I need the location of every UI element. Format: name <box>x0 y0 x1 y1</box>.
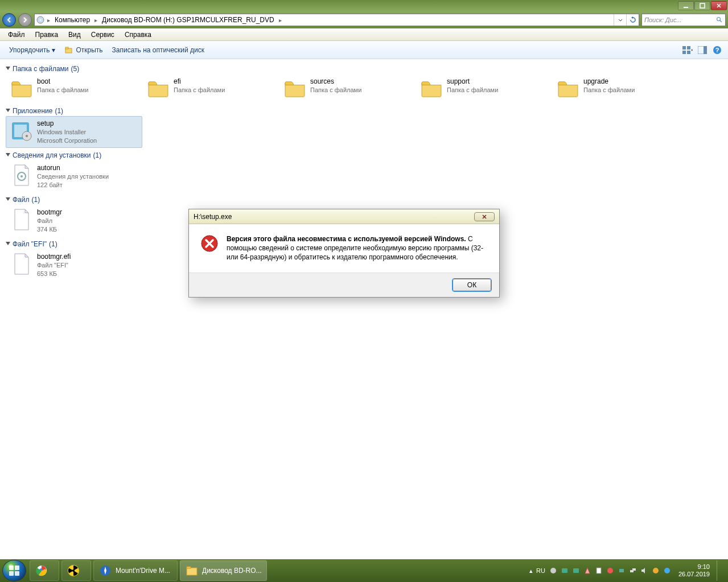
tray-icon[interactable] <box>606 566 615 575</box>
tray-icon[interactable] <box>617 566 626 575</box>
search-placeholder: Поиск: Дис... <box>644 16 682 23</box>
menu-edit[interactable]: Правка <box>31 30 63 40</box>
file-item[interactable]: bootmgr.efiФайл "EFI"653 КБ <box>6 249 142 281</box>
preview-pane-button[interactable] <box>696 44 709 56</box>
item-icon <box>419 77 443 101</box>
menu-help[interactable]: Справка <box>120 30 156 40</box>
file-list: Папка с файлами (5)bootПапка с файламиef… <box>0 59 728 559</box>
breadcrumb-segment[interactable]: Компьютер <box>51 14 93 26</box>
group-header[interactable]: Приложение (1) <box>6 104 722 116</box>
help-button[interactable]: ? <box>711 44 723 56</box>
chevron-right-icon[interactable]: ▸ <box>93 17 98 23</box>
collapse-icon[interactable] <box>6 67 10 70</box>
address-dropdown-button[interactable] <box>614 14 626 26</box>
item-detail: Файл "EFI" <box>37 261 71 270</box>
group-title: Файл "EFI" <box>13 240 47 248</box>
close-button[interactable] <box>711 1 727 10</box>
organize-button[interactable]: Упорядочить ▾ <box>5 44 60 56</box>
tray-expand-button[interactable]: ▴ <box>529 567 533 575</box>
network-icon[interactable] <box>628 566 637 575</box>
dialog-titlebar[interactable]: H:\setup.exe <box>189 209 499 224</box>
item-type: Папка с файлами <box>447 86 498 94</box>
file-item[interactable]: autorunСведения для установки122 байт <box>6 160 142 192</box>
tray-icon[interactable] <box>663 566 672 575</box>
view-options-button[interactable] <box>681 44 694 56</box>
svg-rect-24 <box>9 571 14 576</box>
dialog-title: H:\setup.exe <box>194 213 232 221</box>
menubar: Файл Правка Вид Сервис Справка <box>0 28 728 41</box>
start-button[interactable] <box>2 560 26 581</box>
volume-icon[interactable] <box>640 566 649 575</box>
dialog-message: Версия этого файла несовместима с исполь… <box>227 234 488 262</box>
item-type: Папка с файлами <box>583 86 635 94</box>
tray-icon[interactable] <box>583 566 592 575</box>
item-detail: Файл <box>37 217 62 225</box>
svg-rect-31 <box>187 568 197 575</box>
group-header[interactable]: Сведения для установки (1) <box>6 148 722 160</box>
dialog-close-button[interactable] <box>474 212 495 221</box>
item-name: bootmgr <box>37 208 62 217</box>
taskbar-task[interactable]: Дисковод BD-RO... <box>180 560 267 581</box>
task-icon <box>67 564 80 577</box>
task-label: Mount'n'Drive M... <box>116 567 170 575</box>
dialog-ok-button[interactable]: ОК <box>453 279 491 291</box>
toolbar: Упорядочить ▾ Открыть Записать на оптиче… <box>0 41 728 59</box>
taskbar-task[interactable] <box>61 560 91 581</box>
show-desktop-button[interactable] <box>717 560 723 581</box>
collapse-icon[interactable] <box>6 197 10 201</box>
menu-file[interactable]: Файл <box>3 30 30 40</box>
item-icon <box>283 77 307 101</box>
error-dialog: H:\setup.exe Версия этого файла несовмес… <box>188 209 500 298</box>
item-name: bootmgr.efi <box>37 252 71 261</box>
item-icon <box>10 252 34 276</box>
taskbar-task[interactable]: Mount'n'Drive M... <box>93 560 178 581</box>
tray-icon[interactable] <box>549 566 558 575</box>
svg-rect-7 <box>682 46 686 49</box>
folder-item[interactable]: upgradeПапка с файлами <box>552 74 689 104</box>
chevron-right-icon[interactable]: ▸ <box>278 17 283 23</box>
file-item[interactable]: bootmgrФайл374 КБ <box>6 205 142 237</box>
breadcrumb-bar[interactable]: ▸ Компьютер ▸ Дисковод BD-ROM (H:) GSP1R… <box>34 14 639 26</box>
back-button[interactable] <box>2 13 16 27</box>
group-header[interactable]: Файл (1) <box>6 192 722 205</box>
item-name: sources <box>310 77 361 86</box>
item-icon <box>10 77 34 101</box>
svg-rect-32 <box>187 567 191 568</box>
minimize-button[interactable] <box>678 1 694 10</box>
language-indicator[interactable]: RU <box>536 567 545 574</box>
collapse-icon[interactable] <box>6 109 10 112</box>
drive-icon <box>35 15 46 24</box>
item-detail: Windows Installer <box>37 128 97 137</box>
folder-item[interactable]: efiПапка с файлами <box>142 74 279 104</box>
chevron-right-icon[interactable]: ▸ <box>46 17 51 23</box>
group-header[interactable]: Папка с файлами (5) <box>6 61 722 74</box>
collapse-icon[interactable] <box>6 153 10 156</box>
action-center-icon[interactable] <box>594 566 603 575</box>
item-type: Папка с файлами <box>174 86 225 94</box>
item-icon <box>556 77 580 101</box>
navigation-bar: ▸ Компьютер ▸ Дисковод BD-ROM (H:) GSP1R… <box>0 11 728 28</box>
collapse-icon[interactable] <box>6 242 10 245</box>
breadcrumb-segment[interactable]: Дисковод BD-ROM (H:) GSP1RMCULXFRER_RU_D… <box>98 14 278 26</box>
burn-button[interactable]: Записать на оптический диск <box>108 44 209 56</box>
search-input[interactable]: Поиск: Дис... <box>641 14 726 26</box>
folder-item[interactable]: sourcesПапка с файлами <box>279 74 416 104</box>
maximize-button[interactable] <box>694 1 710 10</box>
file-item[interactable]: setupWindows InstallerMicrosoft Corporat… <box>6 116 142 148</box>
folder-item[interactable]: bootПапка с файлами <box>6 74 142 104</box>
tray-icon[interactable] <box>560 566 569 575</box>
clock[interactable]: 9:10 26.07.2019 <box>675 563 713 577</box>
taskbar: Mount'n'Drive M...Дисковод BD-RO... ▴ RU… <box>0 559 728 582</box>
tray-icon[interactable] <box>571 566 581 575</box>
forward-button[interactable] <box>18 13 32 27</box>
item-name: support <box>447 77 498 86</box>
item-detail: 653 КБ <box>37 270 71 278</box>
item-type: Папка с файлами <box>37 86 88 94</box>
taskbar-task[interactable] <box>30 560 59 581</box>
open-button[interactable]: Открыть <box>60 43 107 57</box>
menu-view[interactable]: Вид <box>64 30 85 40</box>
tray-icon[interactable] <box>651 566 660 575</box>
menu-service[interactable]: Сервис <box>87 30 119 40</box>
refresh-button[interactable] <box>626 14 639 26</box>
folder-item[interactable]: supportПапка с файлами <box>416 74 552 104</box>
